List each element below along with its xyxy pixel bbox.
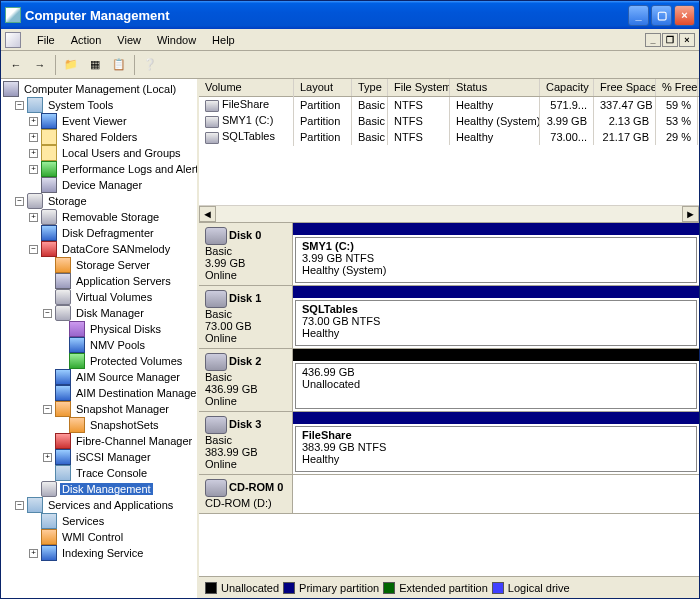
disk-row[interactable]: Disk 2Basic436.99 GBOnline436.99 GBUnall… [199, 349, 699, 412]
col-type[interactable]: Type [352, 79, 388, 96]
disk-volume[interactable]: SQLTables73.00 GB NTFSHealthy [295, 300, 697, 346]
tree-physdisks[interactable]: Physical Disks [88, 323, 163, 335]
close-button[interactable]: × [674, 5, 695, 26]
expand-icon[interactable]: + [43, 453, 52, 462]
legend: Unallocated Primary partition Extended p… [199, 576, 699, 598]
collapse-icon[interactable]: − [43, 309, 52, 318]
tree-evtviewer[interactable]: Event Viewer [60, 115, 129, 127]
snap-icon [55, 401, 71, 417]
tree-iscsi[interactable]: iSCSI Manager [74, 451, 153, 463]
scroll-right-icon[interactable]: ► [682, 206, 699, 222]
tree-services[interactable]: Services [60, 515, 106, 527]
tree-svcapps[interactable]: Services and Applications [46, 499, 175, 511]
removable-icon [41, 209, 57, 225]
tree-wmi[interactable]: WMI Control [60, 531, 125, 543]
refresh-button[interactable]: 📋 [108, 54, 130, 76]
tree-perflogs[interactable]: Performance Logs and Alerts [60, 163, 199, 175]
scroll-left-icon[interactable]: ◄ [199, 206, 216, 222]
tree-devmgr[interactable]: Device Manager [60, 179, 144, 191]
tree-storagesrv[interactable]: Storage Server [74, 259, 152, 271]
disk-volume[interactable]: 436.99 GBUnallocated [295, 363, 697, 409]
col-capacity[interactable]: Capacity [540, 79, 594, 96]
disk-bar [293, 286, 699, 298]
tree-snapmgr[interactable]: Snapshot Manager [74, 403, 171, 415]
collapse-icon[interactable]: − [15, 101, 24, 110]
expand-icon[interactable]: + [29, 549, 38, 558]
expand-icon[interactable]: + [29, 133, 38, 142]
tree-indexing[interactable]: Indexing Service [60, 547, 145, 559]
tree-removable[interactable]: Removable Storage [60, 211, 161, 223]
properties-button[interactable]: ▦ [84, 54, 106, 76]
col-layout[interactable]: Layout [294, 79, 352, 96]
legend-primary-swatch [283, 582, 295, 594]
help-button[interactable]: ❔ [139, 54, 161, 76]
tree-aimdst[interactable]: AIM Destination Manager [74, 387, 199, 399]
mdi-icon[interactable] [5, 32, 21, 48]
col-pct[interactable]: % Free [656, 79, 698, 96]
nav-tree[interactable]: Computer Management (Local) −System Tool… [1, 79, 199, 598]
menu-help[interactable]: Help [204, 31, 243, 49]
tree-storage[interactable]: Storage [46, 195, 89, 207]
mdi-restore-button[interactable]: ❐ [662, 33, 678, 47]
disk-volume[interactable]: SMY1 (C:)3.99 GB NTFSHealthy (System) [295, 237, 697, 283]
menu-window[interactable]: Window [149, 31, 204, 49]
mdi-close-button[interactable]: × [679, 33, 695, 47]
tree-snapset[interactable]: SnapshotSets [88, 419, 161, 431]
tree-appsrv[interactable]: Application Servers [74, 275, 173, 287]
mdi-minimize-button[interactable]: _ [645, 33, 661, 47]
back-button[interactable]: ← [5, 54, 27, 76]
menu-action[interactable]: Action [63, 31, 110, 49]
toolbar: ← → 📁 ▦ 📋 ❔ [1, 51, 699, 79]
tree-nmvpools[interactable]: NMV Pools [88, 339, 147, 351]
col-free[interactable]: Free Space [594, 79, 656, 96]
expand-icon[interactable]: + [29, 149, 38, 158]
titlebar[interactable]: Computer Management _ ▢ × [1, 1, 699, 29]
disk-row[interactable]: Disk 0Basic3.99 GBOnlineSMY1 (C:)3.99 GB… [199, 223, 699, 286]
tree-fcmgr[interactable]: Fibre-Channel Manager [74, 435, 194, 447]
collapse-icon[interactable]: − [43, 405, 52, 414]
volume-row[interactable]: FileSharePartitionBasicNTFSHealthy571.9.… [199, 97, 699, 113]
tree-trace[interactable]: Trace Console [74, 467, 149, 479]
tree-root[interactable]: Computer Management (Local) [22, 83, 178, 95]
menu-view[interactable]: View [109, 31, 149, 49]
disk-icon [205, 416, 227, 434]
tree-protvols[interactable]: Protected Volumes [88, 355, 184, 367]
tree-localusers[interactable]: Local Users and Groups [60, 147, 183, 159]
tree-datacore[interactable]: DataCore SANmelody [60, 243, 172, 255]
appsrv-icon [55, 273, 71, 289]
col-status[interactable]: Status [450, 79, 540, 96]
tree-systools[interactable]: System Tools [46, 99, 115, 111]
maximize-button[interactable]: ▢ [651, 5, 672, 26]
wmi-icon [41, 529, 57, 545]
disk-list[interactable]: Disk 0Basic3.99 GBOnlineSMY1 (C:)3.99 GB… [199, 223, 699, 576]
minimize-button[interactable]: _ [628, 5, 649, 26]
disk-row[interactable]: Disk 1Basic73.00 GBOnlineSQLTables73.00 … [199, 286, 699, 349]
disk-volume[interactable]: FileShare383.99 GB NTFSHealthy [295, 426, 697, 472]
menu-file[interactable]: File [29, 31, 63, 49]
collapse-icon[interactable]: − [15, 197, 24, 206]
volume-row[interactable]: SMY1 (C:)PartitionBasicNTFSHealthy (Syst… [199, 113, 699, 129]
expand-icon[interactable]: + [29, 117, 38, 126]
tree-defrag[interactable]: Disk Defragmenter [60, 227, 156, 239]
col-fs[interactable]: File System [388, 79, 450, 96]
tree-diskmgr-dc[interactable]: Disk Manager [74, 307, 146, 319]
tree-virtvols[interactable]: Virtual Volumes [74, 291, 154, 303]
disk-row[interactable]: Disk 3Basic383.99 GBOnlineFileShare383.9… [199, 412, 699, 475]
volume-hscroll[interactable]: ◄► [199, 205, 699, 222]
event-icon [41, 113, 57, 129]
expand-icon[interactable]: + [29, 213, 38, 222]
tree-diskmgmt[interactable]: Disk Management [60, 483, 153, 495]
forward-button[interactable]: → [29, 54, 51, 76]
cdrom-icon [205, 479, 227, 497]
legend-unalloc: Unallocated [221, 582, 279, 594]
aim-icon [55, 385, 71, 401]
collapse-icon[interactable]: − [15, 501, 24, 510]
tree-sharedfolders[interactable]: Shared Folders [60, 131, 139, 143]
tree-aimsrc[interactable]: AIM Source Manager [74, 371, 182, 383]
collapse-icon[interactable]: − [29, 245, 38, 254]
col-volume[interactable]: Volume [199, 79, 294, 96]
expand-icon[interactable]: + [29, 165, 38, 174]
cdrom-row[interactable]: CD-ROM 0CD-ROM (D:) [199, 475, 699, 514]
up-button[interactable]: 📁 [60, 54, 82, 76]
volume-row[interactable]: SQLTablesPartitionBasicNTFSHealthy73.00.… [199, 129, 699, 145]
